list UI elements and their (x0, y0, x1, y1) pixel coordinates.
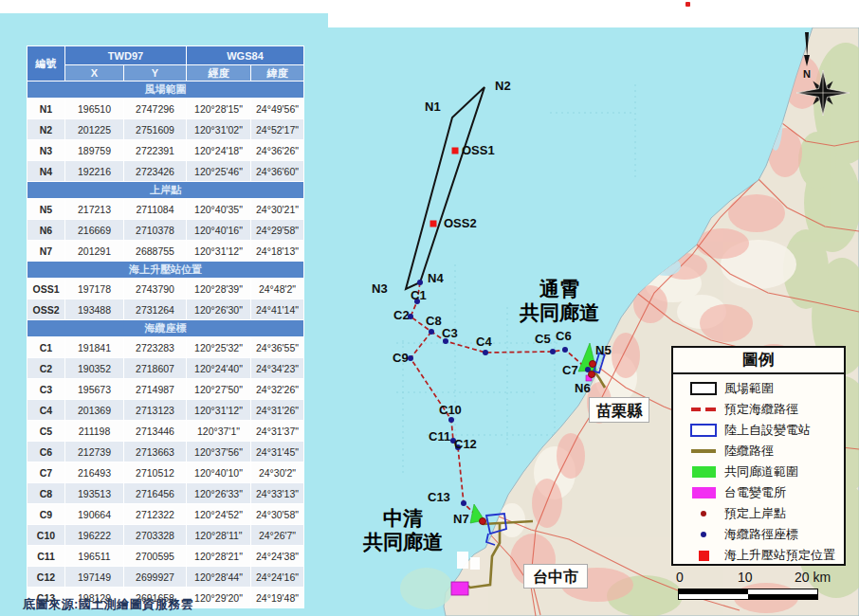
table-cell: N6 (27, 220, 65, 241)
table-cell: N1 (27, 99, 65, 119)
legend-item-label: 台電變電所 (724, 484, 786, 501)
point-label-C10: C10 (439, 403, 462, 417)
header-lat: 緯度 (251, 65, 304, 82)
table-cell: 24°48'2" (251, 279, 304, 299)
point-label-C9: C9 (393, 351, 409, 365)
table-row: C81935132716456120°26'33"24°33'13" (27, 483, 304, 504)
table-cell: 197149 (65, 567, 124, 588)
scale-bar-checker (678, 589, 818, 600)
legend-item: 台電變電所 (683, 482, 844, 503)
compass-n-label: N (803, 68, 811, 80)
table-cell: 24°30'58" (251, 504, 304, 525)
table-cell: 24°26'7" (251, 525, 304, 546)
table-row: C52111982713446120°37'1"24°31'37" (27, 421, 304, 442)
table-cell: 120°37'56" (187, 442, 251, 462)
point-label-C12: C12 (454, 437, 477, 451)
table-cell: 190352 (65, 358, 124, 379)
table-cell: C9 (27, 504, 65, 525)
coordinate-table: 編號 TWD97 WGS84 X Y 經度 緯度 風場範圍N1196510274… (27, 45, 304, 608)
table-cell: 201369 (65, 400, 124, 421)
table-cell: C11 (27, 546, 65, 567)
landing-point-N7 (479, 517, 486, 525)
table-cell: 120°26'30" (187, 299, 251, 320)
table-cell: 217213 (65, 199, 124, 220)
table-cell: 120°24'40" (187, 358, 251, 379)
label-taichung-city: 台中市 (523, 564, 588, 589)
table-cell: 2713663 (124, 442, 187, 462)
table-cell: 212739 (65, 442, 124, 462)
table-section-row: 海纜座標 (27, 320, 304, 337)
table-row: N31897592722391120°24'18"24°36'26" (27, 140, 304, 161)
table-cell: 2718607 (124, 358, 187, 379)
legend-item-label: 海上升壓站預定位置 (724, 547, 835, 564)
cable-point-C9 (408, 355, 413, 361)
table-cell: 24°19'48" (251, 588, 304, 608)
table-cell: OSS2 (27, 299, 65, 320)
point-label-C7: C7 (562, 363, 578, 377)
table-cell: 2722391 (124, 140, 187, 161)
sym-landcable-icon (691, 449, 716, 453)
cable-point-C10 (448, 417, 454, 423)
scale-tick-0: 0 (676, 570, 684, 585)
table-cell: 24°31'26" (251, 400, 304, 421)
table-cell: 120°25'32" (187, 337, 251, 358)
table-cell: 120°40'35" (187, 199, 251, 220)
table-section-title: 海上升壓站位置 (27, 262, 304, 279)
wind-farm-boundary (406, 87, 484, 289)
table-cell: 216669 (65, 220, 124, 241)
table-subheader-row: X Y 經度 緯度 (27, 65, 304, 82)
table-cell: 24°29'58" (251, 220, 304, 241)
north-needle-icon (804, 32, 810, 66)
corridor-label-zhongqing: 中清共同廊道 (337, 506, 469, 553)
cable-point-N4 (417, 280, 423, 285)
legend-item-label: 陸纜路徑 (724, 443, 774, 460)
table-header-row: 編號 TWD97 WGS84 (27, 46, 304, 65)
point-label-N1: N1 (425, 100, 441, 114)
point-label-OSS2: OSS2 (444, 216, 477, 230)
table-cell: 211198 (65, 421, 124, 442)
table-cell: 24°32'26" (251, 379, 304, 400)
table-cell: 2723426 (124, 161, 187, 182)
point-label-C13: C13 (428, 490, 450, 504)
table-section-row: 海上升壓站位置 (27, 262, 304, 279)
table-cell: 2688755 (124, 241, 187, 262)
table-cell: 120°24'18" (187, 140, 251, 161)
table-cell: C3 (27, 379, 65, 400)
table-row: OSS11971782743790120°28'39"24°48'2" (27, 279, 304, 299)
table-cell: 196511 (65, 546, 124, 567)
table-cell: 24°41'14" (251, 299, 304, 320)
legend-item: 陸纜路徑 (683, 441, 844, 462)
table-cell: 24°36'60" (251, 161, 304, 182)
legend-box: 圖例 風場範圍預定海纜路徑陸上自設變電站陸纜路徑共同廊道範圍台電變電所預定上岸點… (671, 346, 846, 566)
table-cell: N5 (27, 199, 65, 220)
table-row: C72164932710512120°40'10"24°30'2" (27, 462, 304, 483)
table-cell: 24°31'37" (251, 421, 304, 442)
table-row: C21903522718607120°24'40"24°34'23" (27, 358, 304, 379)
table-row: C11918412723283120°25'32"24°36'55" (27, 337, 304, 358)
table-row: C31956732714987120°27'50"24°32'26" (27, 379, 304, 400)
table-cell: N4 (27, 161, 65, 182)
sym-corridor-icon (692, 466, 716, 478)
legend-item: 陸上自設變電站 (683, 420, 844, 441)
table-cell: C2 (27, 358, 65, 379)
table-cell: 192216 (65, 161, 124, 182)
table-cell: 120°40'10" (187, 462, 251, 483)
table-cell: 193513 (65, 483, 124, 504)
table-cell: 120°28'11" (187, 525, 251, 546)
cable-point-C6 (562, 347, 568, 353)
table-cell: 120°31'12" (187, 400, 251, 421)
table-cell: 24°34'23" (251, 358, 304, 379)
table-cell: 2711084 (124, 199, 187, 220)
table-cell: 216493 (65, 462, 124, 483)
sym-windfarm-icon (690, 382, 717, 395)
table-row: N52172132711084120°40'35"24°30'21" (27, 199, 304, 220)
corridor-label-tongxiao: 通霄共同廊道 (493, 277, 626, 324)
table-cell: 120°26'33" (187, 483, 251, 504)
stray-red-dot (685, 2, 690, 7)
legend-item-label: 風場範圍 (724, 380, 774, 397)
table-cell: 190664 (65, 504, 124, 525)
legend-item: 預定海纜路徑 (683, 399, 844, 420)
point-label-C11: C11 (429, 429, 450, 444)
table-cell: 24°30'21" (251, 199, 304, 220)
table-row: N62166692710378120°40'16"24°29'58" (27, 220, 304, 241)
